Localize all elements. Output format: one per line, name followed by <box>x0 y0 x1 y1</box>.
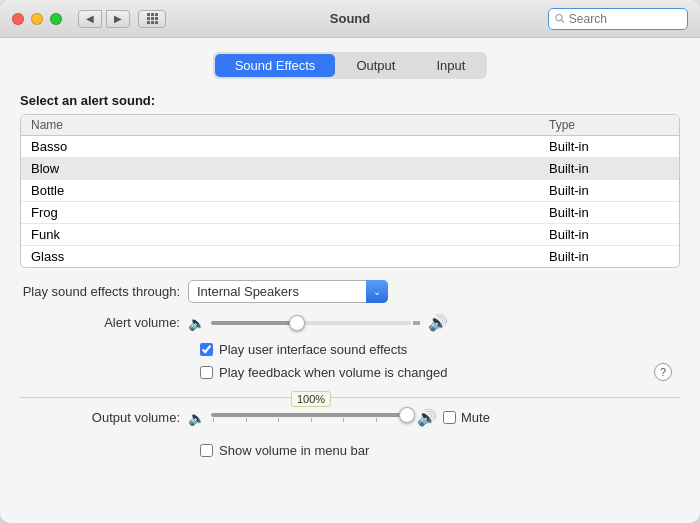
nav-buttons: ◀ ▶ <box>78 10 130 28</box>
grid-button[interactable] <box>138 10 166 28</box>
tab-input[interactable]: Input <box>416 54 485 77</box>
alert-volume-thumb[interactable] <box>289 315 305 331</box>
col-header-name: Name <box>31 118 549 132</box>
sound-name: Glass <box>31 249 549 264</box>
sound-type: Built-in <box>549 183 669 198</box>
table-row[interactable]: Funk Built-in <box>21 224 679 246</box>
search-input[interactable] <box>569 12 681 26</box>
alert-sound-label: Select an alert sound: <box>20 93 680 108</box>
divider <box>20 397 680 398</box>
minimize-button[interactable] <box>31 13 43 25</box>
mute-checkbox[interactable] <box>443 411 456 424</box>
sound-name: Funk <box>31 227 549 242</box>
mute-label: Mute <box>461 410 490 425</box>
output-volume-label: Output volume: <box>20 410 180 425</box>
table-row[interactable]: Blow Built-in <box>21 158 679 180</box>
alert-volume-row: Alert volume: 🔈 🔊 <box>20 313 680 332</box>
output-volume-track <box>211 413 411 417</box>
titlebar: ◀ ▶ Sound <box>0 0 700 38</box>
forward-button[interactable]: ▶ <box>106 10 130 28</box>
play-feedback-inner: Play feedback when volume is changed <box>200 365 447 380</box>
show-volume-label: Show volume in menu bar <box>219 443 369 458</box>
volume-low-icon: 🔈 <box>188 315 205 331</box>
play-feedback-row: Play feedback when volume is changed ? <box>20 363 680 381</box>
play-ui-sounds-row: Play user interface sound effects <box>200 342 680 357</box>
play-feedback-label: Play feedback when volume is changed <box>219 365 447 380</box>
table-row[interactable]: Glass Built-in <box>21 246 679 267</box>
help-button[interactable]: ? <box>654 363 672 381</box>
sound-name: Blow <box>31 161 549 176</box>
sound-name: Frog <box>31 205 549 220</box>
play-ui-sounds-label: Play user interface sound effects <box>219 342 407 357</box>
back-button[interactable]: ◀ <box>78 10 102 28</box>
col-header-type: Type <box>549 118 669 132</box>
output-device-select[interactable]: Internal Speakers <box>188 280 388 303</box>
svg-point-0 <box>556 14 562 20</box>
table-row[interactable]: Basso Built-in <box>21 136 679 158</box>
percent-tooltip: 100% <box>291 391 331 407</box>
sound-type: Built-in <box>549 139 669 154</box>
alert-volume-label: Alert volume: <box>20 315 180 330</box>
output-device-select-wrapper: Internal Speakers ⌄ <box>188 280 388 303</box>
close-button[interactable] <box>12 13 24 25</box>
sound-type: Built-in <box>549 227 669 242</box>
output-volume-low-icon: 🔈 <box>188 410 205 426</box>
output-volume-row: Output volume: 🔈 100% 🔊 <box>20 408 680 427</box>
output-volume-high-icon: 🔊 <box>417 408 437 427</box>
maximize-button[interactable] <box>50 13 62 25</box>
show-volume-checkbox[interactable] <box>200 444 213 457</box>
play-feedback-checkbox[interactable] <box>200 366 213 379</box>
play-through-label: Play sound effects through: <box>20 284 180 299</box>
table-row[interactable]: Bottle Built-in <box>21 180 679 202</box>
sound-table: Name Type Basso Built-in Blow Built-in B… <box>20 114 680 268</box>
alert-volume-slider-row: 🔈 🔊 <box>188 313 448 332</box>
output-volume-ticks <box>211 418 411 422</box>
mute-row: Mute <box>443 410 490 425</box>
traffic-lights <box>12 13 62 25</box>
sound-name: Basso <box>31 139 549 154</box>
main-window: ◀ ▶ Sound Sound Effects <box>0 0 700 523</box>
window-title: Sound <box>330 11 370 26</box>
tab-output[interactable]: Output <box>336 54 415 77</box>
grid-icon <box>147 13 158 24</box>
back-icon: ◀ <box>86 13 94 24</box>
play-ui-sounds-checkbox[interactable] <box>200 343 213 356</box>
output-volume-thumb[interactable] <box>399 407 415 423</box>
table-row[interactable]: Frog Built-in <box>21 202 679 224</box>
sound-type: Built-in <box>549 205 669 220</box>
forward-icon: ▶ <box>114 13 122 24</box>
alert-volume-slider-container <box>211 320 422 325</box>
sound-type: Built-in <box>549 249 669 264</box>
svg-line-1 <box>562 20 564 22</box>
alert-volume-ticks <box>411 321 422 325</box>
show-volume-row: Show volume in menu bar <box>200 443 680 458</box>
sound-name: Bottle <box>31 183 549 198</box>
tab-group: Sound Effects Output Input <box>213 52 488 79</box>
search-icon <box>555 13 565 24</box>
search-box[interactable] <box>548 8 688 30</box>
volume-high-icon: 🔊 <box>428 313 448 332</box>
output-volume-slider-row: 🔈 100% 🔊 Mute <box>188 408 490 427</box>
sound-type: Built-in <box>549 161 669 176</box>
tab-sound-effects[interactable]: Sound Effects <box>215 54 336 77</box>
play-through-row: Play sound effects through: Internal Spe… <box>20 280 680 303</box>
content-area: Sound Effects Output Input Select an ale… <box>0 38 700 523</box>
tab-bar: Sound Effects Output Input <box>20 52 680 79</box>
output-volume-container: 100% <box>211 413 411 422</box>
table-header: Name Type <box>21 115 679 136</box>
alert-volume-track <box>211 321 411 325</box>
